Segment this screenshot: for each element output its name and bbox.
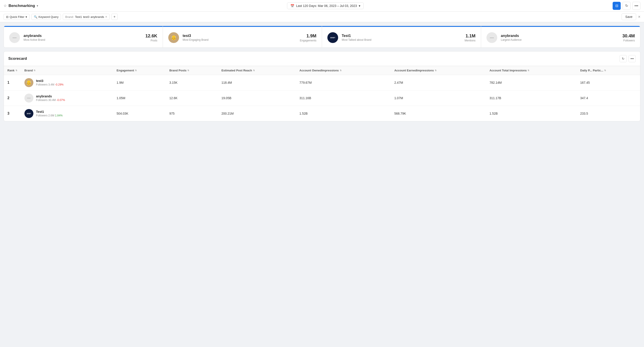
card-top-bar [4,26,163,27]
cell-owned_impressions: 779.67M [296,75,390,90]
card-brand-name: anybrands [24,34,142,38]
col-label: Account Total Impressions [490,69,526,72]
card-value: 30.4M [622,33,635,38]
title-dropdown-icon[interactable]: ▾ [37,4,38,7]
filter-bar: ⊟ Quick Filter ▾ 🔍 Keyword Query Brand: … [0,12,644,22]
summary-card-0: — anybrands Most Active Brand 12.6K Post… [4,26,163,47]
card-avatar: — [486,32,497,43]
sort-icon: ⇅ [135,69,137,72]
card-brand-name: Test1 [342,34,461,38]
card-brand-name: test3 [182,34,296,38]
filter-icon-button[interactable]: ⊟ [613,2,621,10]
card-content: 👴 test3 Most Engaging Brand 1.9M Engagem… [168,32,316,43]
brand-cell-inner: 👴 test3 Followers 3.4M -0.29% [24,78,110,87]
cell-engagement: 1.05M [113,90,166,106]
card-brand-name: anybrands [501,34,619,38]
card-subtitle: Largest Audience [501,38,619,41]
scorecard-more-button[interactable]: ••• [628,55,636,62]
col-label: Engagement [116,69,134,72]
card-value-section: 1.1M Mentions [464,33,476,42]
brand-avatar: BYB'T [24,109,34,118]
sort-icon: ⇅ [16,69,17,72]
brand-tag-test1: Test1 [75,15,82,18]
brand-followers: Followers 2.6M 1.84% [36,114,63,117]
calendar-icon: 📅 [290,4,294,7]
add-filter-button[interactable]: + [111,14,118,20]
card-top-bar [481,26,640,27]
brand-info: anybrands Followers 30.4M -0.07% [36,94,65,102]
save-button[interactable]: Save [622,13,636,20]
brand-info: test3 Followers 3.4M -0.29% [36,79,64,86]
cell-brand_posts: 975 [166,106,218,121]
card-avatar: BYB'T [328,32,338,43]
cell-total_impressions: 1.52B [486,106,576,121]
sort-icon: ⇅ [187,69,189,72]
sort-icon: ⇅ [604,69,606,72]
brand-name: Test1 [36,110,63,113]
brand-change: -0.07% [56,98,65,102]
quick-filter-dropdown: ▾ [26,15,27,18]
date-range-picker[interactable]: 📅 Last 120 Days: Mar 06, 2023 – Jul 03, … [287,2,364,9]
card-subtitle: Most Engaging Brand [182,38,296,41]
sort-icon: ⇅ [528,69,529,72]
col-header-est_post_reach[interactable]: Estimated Post Reach⇅ [218,66,296,75]
scorecard-refresh-button[interactable]: ↻ [620,55,627,62]
card-info: Test1 Most Talked about Brand [342,34,461,41]
more-options-button[interactable]: ••• [632,2,640,10]
summary-card-3: — anybrands Largest Audience 30.4M Follo… [481,26,640,47]
col-header-daily_partic[interactable]: Daily P... Partic...⇅ [576,66,640,75]
table-row: 2 — anybrands Followers 30.4M -0.07% 1.0… [4,90,640,106]
table-row: 1 👴 test3 Followers 3.4M -0.29% 1.9M3.15… [4,75,640,90]
col-header-total_impressions[interactable]: Account Total Impressions⇅ [486,66,576,75]
brand-cell: — anybrands Followers 30.4M -0.07% [21,90,113,106]
col-label: Account EarnedImpressions [394,69,434,72]
sort-icon: ⇅ [340,69,342,72]
refresh-button[interactable]: ↻ [622,2,630,10]
cell-earned_impressions: 1.07M [391,90,486,106]
brand-filter-tag: Brand: Test1 test3 anybrands × [63,14,109,20]
scorecard-header: Scorecard ↻ ••• [4,51,640,66]
rank-cell: 1 [4,75,21,90]
summary-cards: — anybrands Most Active Brand 12.6K Post… [4,26,640,48]
col-label: Estimated Post Reach [222,69,252,72]
card-subtitle: Most Talked about Brand [342,38,461,41]
col-header-earned_impressions[interactable]: Account EarnedImpressions⇅ [391,66,486,75]
brand-change: 1.84% [55,114,63,117]
col-label: Rank [8,69,14,72]
cell-earned_impressions: 2.47M [391,75,486,90]
page-title: Benchmarking [8,3,35,8]
col-header-brand_posts[interactable]: Brand Posts⇅ [166,66,218,75]
brand-name: anybrands [36,94,65,98]
card-value: 1.9M [300,33,316,38]
brand-change: -0.29% [55,83,64,86]
cell-daily_partic: 233.5 [576,106,640,121]
date-range-dropdown-icon: ▾ [359,4,360,7]
filter-right: Save × [622,13,640,20]
quick-filter-button[interactable]: ⊟ Quick Filter ▾ [4,14,30,20]
card-content: BYB'T Test1 Most Talked about Brand 1.1M… [328,32,476,43]
close-filter-button[interactable]: × [638,14,640,19]
table-row: 3 BYB'T Test1 Followers 2.6M 1.84% 504.0… [4,106,640,121]
brand-followers: Followers 3.4M -0.29% [36,83,64,86]
header-left: ☆ Benchmarking ▾ [4,3,38,8]
brand-tag-label: Brand: [65,15,74,18]
brand-tag-close[interactable]: × [105,15,107,18]
col-header-rank[interactable]: Rank⇅ [4,66,21,75]
card-info: anybrands Largest Audience [501,34,619,41]
card-value: 1.1M [464,33,476,38]
brand-info: Test1 Followers 2.6M 1.84% [36,110,63,117]
card-content: — anybrands Most Active Brand 12.6K Post… [9,32,157,43]
summary-card-1: 👴 test3 Most Engaging Brand 1.9M Engagem… [163,26,322,47]
date-range-label: Last 120 Days: Mar 06, 2023 – Jul 03, 20… [296,4,357,7]
col-header-brand[interactable]: Brand⇅ [21,66,113,75]
cell-daily_partic: 347.4 [576,90,640,106]
sort-icon: ⇅ [253,69,255,72]
cell-est_post_reach: 200.21M [218,106,296,121]
star-icon[interactable]: ☆ [4,3,7,8]
col-header-owned_impressions[interactable]: Account OwnedImpressions⇅ [296,66,390,75]
brand-cell-inner: BYB'T Test1 Followers 2.6M 1.84% [24,109,110,118]
keyword-query-button[interactable]: 🔍 Keyword Query [31,14,61,20]
col-header-engagement[interactable]: Engagement⇅ [113,66,166,75]
card-avatar: 👴 [168,32,179,43]
card-top-bar [163,26,322,27]
